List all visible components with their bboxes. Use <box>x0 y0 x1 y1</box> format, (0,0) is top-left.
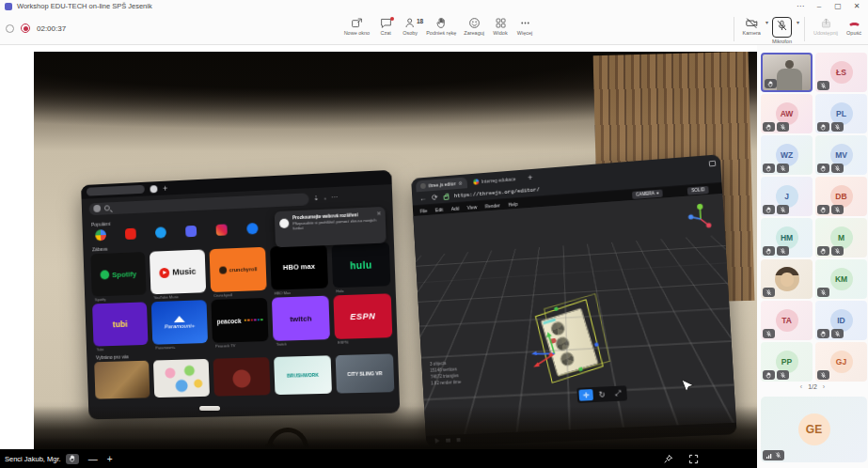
profile-icon[interactable]: ◦ <box>324 195 326 201</box>
people-button[interactable]: 18 Osoby <box>398 15 422 38</box>
participant-tile-hm[interactable]: HM <box>761 218 813 257</box>
minimize-icon[interactable]: – <box>810 0 829 12</box>
more-icon[interactable]: ⋯ <box>331 194 338 201</box>
mic-chevron-icon[interactable]: ▾ <box>797 19 799 25</box>
menu-render[interactable]: Render <box>485 202 500 209</box>
participant-tile-pl[interactable]: PL <box>815 94 867 133</box>
chat-button[interactable]: Czat <box>373 15 398 38</box>
mic-off-badge <box>777 205 789 214</box>
hand-badge <box>763 205 775 214</box>
participant-tile-m[interactable]: M <box>815 218 867 257</box>
participant-tile-gj[interactable]: GJ <box>815 342 867 382</box>
menu-help[interactable]: Help <box>508 200 517 207</box>
peacock-tile[interactable]: peacock <box>211 298 268 343</box>
scale-tool-button[interactable]: ⤢ <box>610 387 625 399</box>
more-button[interactable]: Więcej <box>513 15 537 38</box>
pager-prev-icon[interactable]: ‹ <box>800 383 802 390</box>
download-icon[interactable]: ⇣ <box>313 195 319 202</box>
twitch-tile[interactable]: twitch <box>272 296 330 341</box>
window-more-icon[interactable]: ⋯ <box>791 0 810 12</box>
close-icon[interactable]: ✕ <box>847 0 866 12</box>
google-icon[interactable] <box>95 229 106 241</box>
reload-icon[interactable]: ⟳ <box>432 193 438 201</box>
menu-add[interactable]: Add <box>451 205 460 211</box>
crunchyroll-tile[interactable]: crunchyroll <box>210 247 267 292</box>
tab-overview-icon[interactable] <box>709 161 717 167</box>
facebook-icon[interactable] <box>246 223 258 235</box>
vr-thumb[interactable] <box>153 359 210 398</box>
extension-toast: Prozkoumejte webová rozšíření Přizpůsobt… <box>275 207 387 247</box>
participant-tile-mv[interactable]: MV <box>815 135 867 175</box>
participant-tile-wz[interactable]: WZ <box>761 135 813 175</box>
hbo-max-tile[interactable]: HBO max <box>270 244 328 290</box>
rotate-tool-button[interactable]: ↻ <box>594 388 609 400</box>
menu-edit[interactable]: Edit <box>435 206 444 211</box>
participant-tile-aw[interactable]: AW <box>761 94 813 133</box>
participant-tile-id[interactable]: ID <box>815 301 867 340</box>
tubi-tile[interactable]: tubi <box>92 302 148 346</box>
discord-icon[interactable] <box>185 226 197 237</box>
vr-thumb[interactable] <box>94 361 150 399</box>
shading-solid-button[interactable]: SOLID <box>687 185 709 195</box>
zoom-out-button[interactable]: — <box>88 454 98 464</box>
camera-dropdown[interactable]: CAMERA▾ <box>632 189 663 198</box>
spotify-icon <box>100 270 109 279</box>
vr-new-tab-icon[interactable]: + <box>163 183 167 193</box>
leave-call-icon <box>848 17 860 29</box>
fullscreen-icon[interactable] <box>688 454 699 464</box>
vr-thumb-brushwork[interactable]: BRUSHWORK <box>274 355 332 395</box>
new-tab-icon[interactable]: + <box>528 173 533 182</box>
chevron-down-icon: ▾ <box>656 191 659 195</box>
tab-close-icon[interactable]: ⊗ <box>458 180 463 186</box>
youtube-music-tile[interactable]: Music <box>150 249 206 294</box>
participant-tile-km[interactable]: KM <box>815 259 867 299</box>
participant-tile-ls[interactable]: ŁS <box>815 53 867 92</box>
participant-tile-pp[interactable]: PP <box>761 342 813 382</box>
participant-video-tile[interactable] <box>761 53 813 92</box>
vr-browser-tab[interactable] <box>87 185 145 196</box>
mic-off-badge <box>777 122 789 132</box>
self-view-tile[interactable]: GE <box>761 397 867 462</box>
new-window-button[interactable]: Nowe okno <box>340 15 374 38</box>
pin-icon[interactable] <box>663 454 673 464</box>
mic-off-icon <box>775 452 781 459</box>
vr-thumb[interactable] <box>213 357 271 397</box>
menu-file[interactable]: File <box>419 208 427 213</box>
menu-view[interactable]: View <box>467 204 478 211</box>
espn-tile[interactable]: ESPN <box>333 293 392 339</box>
zoom-in-button[interactable]: + <box>107 454 113 464</box>
leave-button[interactable]: Opuść <box>842 15 866 38</box>
translate-tool-button[interactable]: ✛ <box>578 389 593 401</box>
participant-tile-ta[interactable]: TA <box>761 301 813 340</box>
participant-tile-db[interactable]: DB <box>815 177 867 216</box>
raise-hand-button[interactable]: Podnieś rękę <box>422 15 460 38</box>
paramount-tile[interactable]: Paramount+ <box>151 300 208 345</box>
toast-close-icon[interactable]: ✕ <box>376 210 381 216</box>
participant-photo-avatar <box>775 267 799 291</box>
teams-logo-icon <box>5 3 12 10</box>
twitter-icon[interactable] <box>155 226 166 238</box>
instagram-icon[interactable] <box>216 224 228 235</box>
camera-button[interactable]: Kamera <box>739 15 765 38</box>
maximize-icon[interactable]: ▢ <box>829 0 847 12</box>
youtube-icon[interactable] <box>125 228 136 240</box>
pager-next-icon[interactable]: › <box>823 383 825 390</box>
self-avatar-initials: GE <box>798 413 830 445</box>
gpu-3d-model[interactable] <box>541 308 599 377</box>
hulu-tile[interactable]: hulu <box>331 242 390 288</box>
window-titlebar: Workshop EDU-TECH on-line SPŠ Jesenik ⋯ … <box>0 0 868 12</box>
vr-browser-profile-icon[interactable] <box>150 185 157 193</box>
participant-tile-j[interactable]: J <box>761 177 813 216</box>
participant-tile-photo[interactable] <box>761 259 813 299</box>
microphone-button[interactable]: Mikrofon <box>768 15 796 46</box>
editor-viewport[interactable]: 3 objects 15148 vertices 74672 triangles… <box>413 194 735 436</box>
vr-thumb-city-sling[interactable]: CITY SLING VR <box>336 353 395 393</box>
ellipsis-icon <box>519 17 531 29</box>
hand-badge <box>763 246 775 256</box>
shared-screen-stage: + ⇣ ◦ ⋯ Populární M Prozkoumejte webová … <box>34 52 757 449</box>
view-button[interactable]: Widok <box>488 15 513 38</box>
back-icon[interactable]: ← <box>419 194 427 202</box>
axis-gizmo[interactable] <box>687 202 716 235</box>
react-button[interactable]: Zareaguj <box>460 15 488 38</box>
spotify-tile[interactable]: Spotify <box>90 252 146 297</box>
